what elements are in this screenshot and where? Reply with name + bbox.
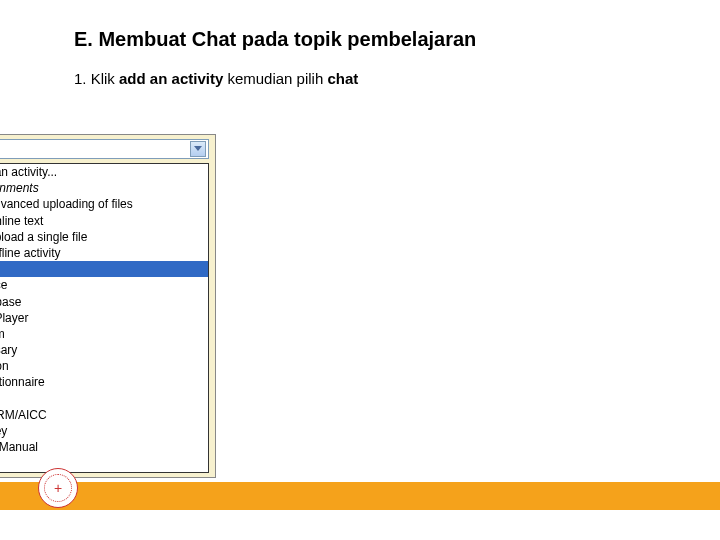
svg-marker-0 — [194, 146, 202, 151]
moodle-screenshot: ? Chat Add an activity... Assignments Ad… — [0, 134, 216, 478]
dropdown-option[interactable]: Upload a single file — [0, 229, 208, 245]
dropdown-option[interactable]: Lesson — [0, 358, 208, 374]
dropdown-group-label: Assignments — [0, 180, 208, 196]
footer-bar — [0, 486, 720, 510]
section-heading: E. Membuat Chat pada topik pembelajaran — [74, 28, 476, 51]
dropdown-option[interactable]: Forum — [0, 326, 208, 342]
dropdown-option[interactable]: Choice — [0, 277, 208, 293]
dropdown-placeholder[interactable]: Add an activity... — [0, 164, 208, 180]
select-row: ? Chat — [0, 135, 215, 163]
chevron-down-icon — [190, 141, 206, 157]
dropdown-option[interactable]: Quiz — [0, 391, 208, 407]
logo-badge: + — [38, 468, 78, 508]
dropdown-option[interactable]: Advanced uploading of files — [0, 196, 208, 212]
dropdown-option[interactable]: Questionnaire — [0, 374, 208, 390]
dropdown-option[interactable]: Glossary — [0, 342, 208, 358]
dropdown-option-selected[interactable]: Chat — [0, 261, 208, 277]
dropdown-option[interactable]: Survey — [0, 423, 208, 439]
cross-icon: + — [44, 474, 72, 502]
dropdown-option[interactable]: User Manual — [0, 439, 208, 455]
dropdown-option[interactable]: Online text — [0, 213, 208, 229]
step-bold-1: add an activity — [119, 70, 223, 87]
activity-select[interactable]: Chat — [0, 139, 209, 159]
dropdown-option[interactable]: FLV Player — [0, 310, 208, 326]
instruction-step: 1. Klik add an activity kemudian pilih c… — [74, 70, 358, 87]
step-mid: kemudian pilih — [227, 70, 323, 87]
step-number: 1. — [74, 70, 87, 87]
step-prefix: Klik — [91, 70, 115, 87]
dropdown-option[interactable]: SCORM/AICC — [0, 407, 208, 423]
dropdown-option[interactable]: Wiki — [0, 455, 208, 471]
dropdown-option[interactable]: Database — [0, 294, 208, 310]
step-bold-2: chat — [327, 70, 358, 87]
dropdown-option[interactable]: Offline activity — [0, 245, 208, 261]
activity-dropdown[interactable]: Add an activity... Assignments Advanced … — [0, 163, 209, 473]
